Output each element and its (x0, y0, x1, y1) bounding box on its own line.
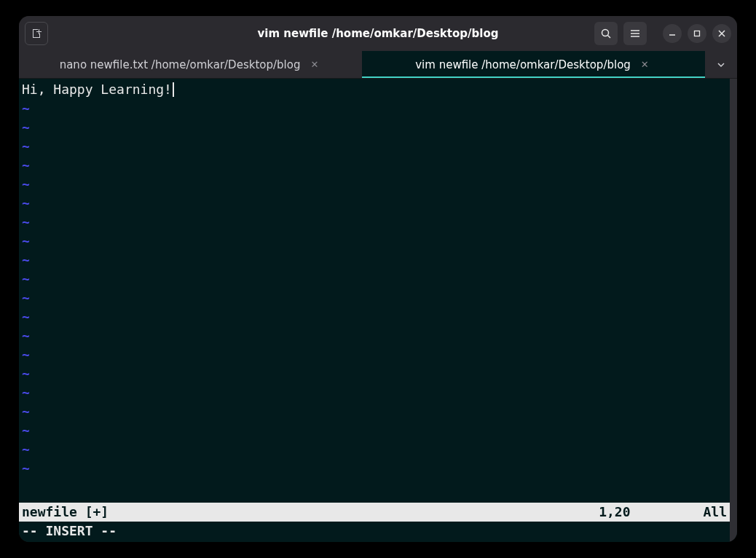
editor-body[interactable]: Hi, Happy Learning! ~~~~~~~~~~~~~~~~~~~~ (19, 79, 730, 501)
tab-bar: nano newfile.txt /home/omkar/Desktop/blo… (19, 51, 737, 79)
empty-line-marker: ~ (22, 383, 727, 402)
titlebar: vim newfile /home/omkar/Desktop/blog (19, 16, 737, 51)
tab-dropdown-button[interactable] (705, 51, 737, 78)
terminal-area[interactable]: Hi, Happy Learning! ~~~~~~~~~~~~~~~~~~~~… (19, 79, 737, 542)
empty-line-marker: ~ (22, 194, 727, 213)
maximize-icon (693, 29, 701, 38)
maximize-button[interactable] (688, 24, 706, 43)
menu-button[interactable] (623, 22, 647, 45)
empty-line-marker: ~ (22, 345, 727, 364)
empty-line-marker: ~ (22, 137, 727, 156)
empty-lines: ~~~~~~~~~~~~~~~~~~~~ (22, 99, 727, 478)
svg-rect-3 (695, 31, 700, 36)
editor-text: Hi, Happy Learning! (22, 82, 172, 97)
close-icon (717, 29, 726, 38)
empty-line-marker: ~ (22, 232, 727, 251)
search-button[interactable] (594, 22, 618, 45)
empty-line-marker: ~ (22, 175, 727, 194)
svg-line-1 (608, 36, 611, 39)
empty-line-marker: ~ (22, 156, 727, 175)
empty-line-marker: ~ (22, 270, 727, 288)
tab-close-button[interactable]: ✕ (307, 58, 321, 71)
editor-content-line: Hi, Happy Learning! (22, 80, 727, 99)
empty-line-marker: ~ (22, 251, 727, 270)
minimize-button[interactable] (663, 24, 682, 43)
minimize-icon (668, 29, 677, 38)
status-filename: newfile [+] (22, 503, 109, 522)
empty-line-marker: ~ (22, 213, 727, 232)
empty-line-marker: ~ (22, 459, 727, 478)
chevron-down-icon (716, 60, 726, 70)
tab-vim[interactable]: vim newfile /home/omkar/Desktop/blog ✕ (362, 51, 705, 78)
search-icon (600, 28, 612, 39)
vim-mode-line: -- INSERT -- (19, 522, 730, 541)
empty-line-marker: ~ (22, 99, 727, 118)
empty-line-marker: ~ (22, 364, 727, 383)
hamburger-icon (629, 28, 641, 39)
text-cursor (173, 82, 174, 97)
empty-line-marker: ~ (22, 307, 727, 326)
empty-line-marker: ~ (22, 421, 727, 440)
tab-close-button[interactable]: ✕ (638, 58, 652, 71)
vim-status-line: newfile [+] 1,20 All (19, 503, 730, 522)
empty-line-marker: ~ (22, 118, 727, 137)
status-position: 1,20 (599, 503, 703, 522)
new-tab-icon (31, 28, 42, 39)
new-tab-button[interactable] (25, 22, 48, 45)
terminal-window: vim newfile /home/omkar/Desktop/blog (19, 16, 737, 542)
empty-line-marker: ~ (22, 326, 727, 345)
tab-label: nano newfile.txt /home/omkar/Desktop/blo… (60, 58, 301, 71)
scrollbar[interactable] (730, 79, 737, 542)
empty-line-marker: ~ (22, 402, 727, 421)
close-button[interactable] (712, 24, 731, 43)
titlebar-right-group (594, 22, 731, 45)
tab-nano[interactable]: nano newfile.txt /home/omkar/Desktop/blo… (19, 51, 362, 78)
status-percent: All (703, 503, 727, 522)
svg-point-0 (602, 30, 609, 36)
tab-label: vim newfile /home/omkar/Desktop/blog (415, 58, 631, 71)
empty-line-marker: ~ (22, 440, 727, 459)
empty-line-marker: ~ (22, 288, 727, 307)
